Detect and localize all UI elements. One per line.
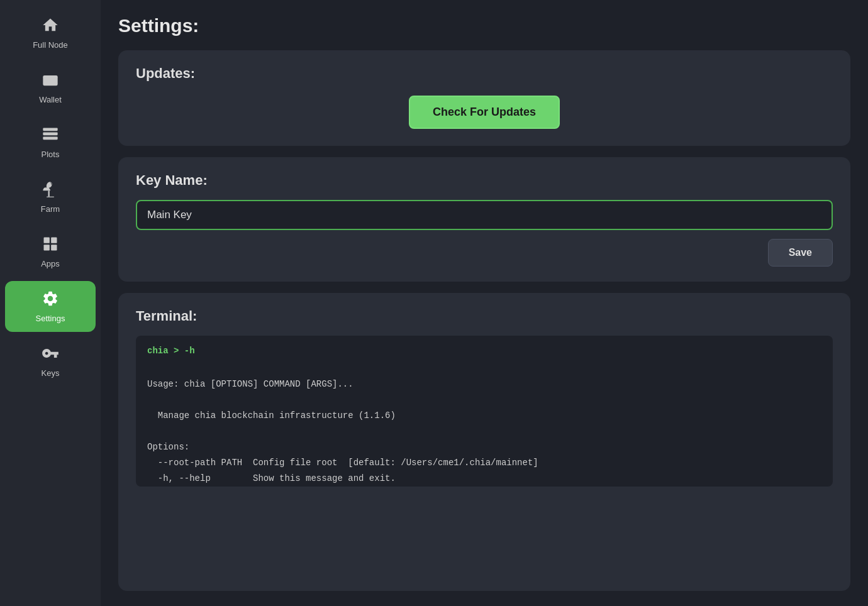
- plots-icon: [42, 126, 59, 146]
- sidebar-item-label-plots: Plots: [42, 150, 60, 159]
- terminal-title: Terminal:: [136, 308, 833, 324]
- sidebar-item-apps[interactable]: Apps: [5, 226, 96, 277]
- sidebar-item-label-farm: Farm: [41, 204, 60, 214]
- sidebar-item-keys[interactable]: Keys: [5, 336, 96, 387]
- key-name-title: Key Name:: [136, 172, 833, 189]
- sidebar-item-settings[interactable]: Settings: [5, 281, 96, 332]
- svg-rect-1: [43, 128, 57, 131]
- svg-rect-2: [43, 133, 57, 136]
- farm-icon: [42, 180, 59, 201]
- terminal-body[interactable]: chia > -h Usage: chia [OPTIONS] COMMAND …: [136, 336, 833, 487]
- terminal-command: chia > -h: [147, 346, 821, 356]
- sidebar-item-label-wallet: Wallet: [39, 95, 62, 104]
- check-updates-button[interactable]: Check For Updates: [409, 96, 560, 129]
- full-node-icon: [42, 16, 59, 36]
- sidebar: Full NodeWalletPlotsFarmAppsSettingsKeys: [0, 0, 101, 606]
- apps-icon: [42, 235, 59, 255]
- sidebar-item-full-node[interactable]: Full Node: [5, 8, 96, 58]
- save-row: Save: [136, 239, 833, 267]
- updates-section-body: Check For Updates: [136, 93, 833, 131]
- terminal-line: [147, 362, 821, 375]
- sidebar-item-wallet[interactable]: Wallet: [5, 62, 96, 113]
- key-name-card: Key Name: Save: [118, 157, 850, 282]
- svg-rect-8: [44, 245, 50, 250]
- keys-icon: [42, 344, 59, 365]
- wallet-icon: [42, 71, 59, 91]
- sidebar-item-farm[interactable]: Farm: [5, 172, 96, 223]
- save-button[interactable]: Save: [768, 239, 833, 267]
- terminal-card: Terminal: chia > -h Usage: chia [OPTIONS…: [118, 293, 850, 591]
- svg-rect-3: [43, 137, 57, 140]
- svg-rect-9: [51, 245, 57, 250]
- svg-rect-7: [51, 238, 57, 243]
- terminal-line: -h, --help Show this message and exit.: [147, 472, 821, 485]
- updates-card: Updates: Check For Updates: [118, 50, 850, 146]
- main-content: Settings: Updates: Check For Updates Key…: [101, 0, 868, 606]
- terminal-line: [147, 394, 821, 407]
- svg-rect-5: [47, 197, 54, 197]
- page-title: Settings:: [118, 15, 850, 36]
- terminal-line: [147, 425, 821, 438]
- terminal-line: Options:: [147, 441, 821, 454]
- terminal-output: Usage: chia [OPTIONS] COMMAND [ARGS]... …: [147, 362, 821, 487]
- sidebar-item-plots[interactable]: Plots: [5, 117, 96, 168]
- svg-rect-6: [44, 238, 50, 243]
- svg-rect-4: [48, 190, 50, 196]
- terminal-line: Manage chia blockchain infrastructure (1…: [147, 409, 821, 422]
- sidebar-item-label-apps: Apps: [41, 259, 60, 268]
- key-name-input[interactable]: [136, 200, 833, 230]
- updates-section-title: Updates:: [136, 65, 833, 82]
- sidebar-item-label-keys: Keys: [42, 368, 60, 378]
- settings-icon: [42, 290, 59, 310]
- terminal-line: --root-path PATH Config file root [defau…: [147, 456, 821, 470]
- sidebar-item-label-settings: Settings: [36, 314, 65, 323]
- terminal-line: Usage: chia [OPTIONS] COMMAND [ARGS]...: [147, 378, 821, 391]
- sidebar-item-label-full-node: Full Node: [33, 40, 68, 50]
